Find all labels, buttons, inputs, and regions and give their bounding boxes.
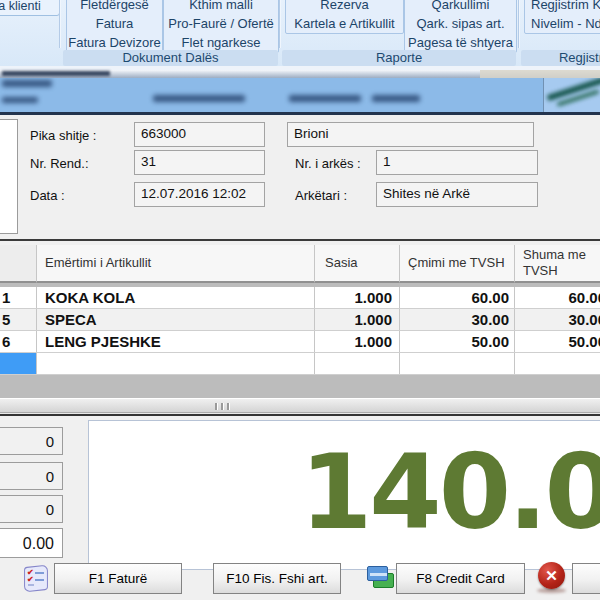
counter-field-2[interactable]: 0 [0,462,63,490]
cell-sasia: 1.000 [315,331,400,352]
invoice-icon[interactable]: ✔ ✔ [22,564,50,591]
table-row-new[interactable] [0,353,600,375]
menu-item-nivelim[interactable]: Nivelim - Ndr [525,14,600,33]
ribbon-group-divider [518,0,519,48]
ribbon-group-divider [59,0,60,48]
ribbon-stack-turnover: Qarkullimi Qark. sipas art. Pagesa të sh… [404,0,517,53]
data-label: Data : [30,188,65,203]
invoice-header-panel: Pika shitje : 663000 Brioni Nr. Rend.: 3… [0,115,600,239]
menu-item-fletdergese[interactable]: Fletdërgesë [67,0,162,14]
ribbon-stack-register: Regjistrim Ko Nivelim - Ndr [524,0,600,34]
menu-item-qark-sipas-art[interactable]: Qark. sipas art. [405,14,516,33]
blurred-text [2,80,52,87]
cell-cmimi: 50.00 [400,331,515,352]
invoice-title-band [0,78,600,112]
arketari-label: Arkëtari : [295,188,347,203]
amount-input[interactable]: 0.00 [0,528,63,558]
ribbon-stack-returns: Kthim malli Pro-Faurë / Ofertë Flet ngar… [163,0,279,53]
nr-rend-field[interactable]: 31 [134,150,265,175]
window-strip-right [480,70,600,78]
splitter-line [0,414,600,416]
cell-code: 5 [0,309,37,330]
f8-credit-card-button[interactable]: F8 Credit Card [396,563,525,594]
ribbon-group-regjistr: Regjistr [521,50,600,66]
blurred-text [372,95,420,102]
pika-shitje-field[interactable]: 663000 [134,122,265,147]
counter-field-3[interactable]: 0 [0,495,63,523]
ribbon-button-payment-from-client[interactable]: ga klienti [0,0,60,16]
ribbon-group-raporte: Raporte [282,50,516,66]
ribbon-stack-cards: Rezerva Kartela e Artikullit [285,0,404,34]
f10-fis-fshi-art-button[interactable]: F10 Fis. Fshi art. [213,563,341,594]
close-glyph: ✕ [545,567,558,585]
menu-item-qarkullimi[interactable]: Qarkullimi [405,0,516,14]
nr-arkes-label: Nr. i arkës : [295,156,361,171]
data-field[interactable]: 12.07.2016 12:02 [134,182,265,207]
cell-code: 1 [0,287,37,308]
cell-cmimi: 60.00 [400,287,515,308]
counter-field-1[interactable]: 0 [0,427,63,455]
ribbon-stack-invoices: Fletdërgesë Fatura Fatura Devizore [66,0,163,53]
cell-name: SPECA [37,309,315,330]
cell-sasia: 1.000 [315,309,400,330]
column-header-code[interactable] [0,245,37,283]
cell-sasia: 1.000 [315,287,400,308]
side-panel [0,119,18,234]
column-header-sasia[interactable]: Sasia [315,245,400,283]
table-row[interactable]: 6 LENG PJESHKE 1.000 50.00 50.00 [0,331,600,353]
cell-shuma: 60.00 [515,287,600,308]
ribbon-group-dokument-dales: Dokument Dalës [63,50,278,66]
cell-code: 6 [0,331,37,352]
column-header-emertimi[interactable]: Emërtimi i Artikullit [37,245,315,283]
splitter-grip-icon[interactable] [215,403,230,410]
column-header-shuma[interactable]: Shuma me TVSH [515,245,600,283]
cell-name: LENG PJESHKE [37,331,315,352]
blurred-title-text [2,71,110,76]
menu-item-kartela-artikullit[interactable]: Kartela e Artikullit [286,14,403,33]
splitter-bar[interactable] [0,399,600,412]
blurred-text [289,95,361,102]
credit-card-icon[interactable] [366,564,393,590]
table-row[interactable]: 1 KOKA KOLA 1.000 60.00 60.00 [0,287,600,309]
grand-total-value: 140.00 [300,426,600,559]
menu-item-pro-faure-oferte[interactable]: Pro-Faurë / Ofertë [164,14,278,33]
cell-name: KOKA KOLA [37,287,315,308]
cell-shuma: 30.00 [515,309,600,330]
menu-item-kthim-malli[interactable]: Kthim malli [164,0,278,14]
cell-shuma [515,353,600,374]
cell-cmimi: 30.00 [400,309,515,330]
pika-shitje-label: Pika shitje : [30,128,96,143]
company-logo [543,78,600,112]
blurred-text [153,95,245,102]
ribbon-toolbar: ga klienti Fletdërgesë Fatura Fatura Dev… [0,0,600,66]
cell-shuma: 50.00 [515,331,600,352]
column-header-cmimi[interactable]: Çmimi me TVSH [400,245,515,283]
table-row[interactable]: 5 SPECA 1.000 30.00 30.00 [0,309,600,331]
nr-arkes-field[interactable]: 1 [376,150,538,175]
ribbon-group-divider [279,0,280,48]
arketari-field[interactable]: Shites në Arkë [376,182,538,207]
pika-shitje-name-field[interactable]: Brioni [287,122,534,147]
menu-item-regjistrim[interactable]: Regjistrim Ko [525,0,600,14]
blurred-text [2,97,38,103]
menu-item-fatura[interactable]: Fatura [67,14,162,33]
close-icon[interactable]: ✕ [538,562,565,589]
pos-window: ga klienti Fletdërgesë Fatura Fatura Dev… [0,0,600,600]
items-table: Emërtimi i Artikullit Sasia Çmimi me TVS… [0,245,600,398]
partial-button-right[interactable] [572,563,600,594]
ribbon-button-label: ga klienti [0,0,41,13]
menu-item-rezerva[interactable]: Rezerva [286,0,403,14]
nr-rend-label: Nr. Rend.: [30,156,89,171]
cell-name [37,353,315,374]
cell-code-selected[interactable] [0,353,37,374]
cell-cmimi [400,353,515,374]
f1-fature-button[interactable]: F1 Faturë [54,563,182,594]
cell-sasia [315,353,400,374]
section-divider [0,239,600,241]
